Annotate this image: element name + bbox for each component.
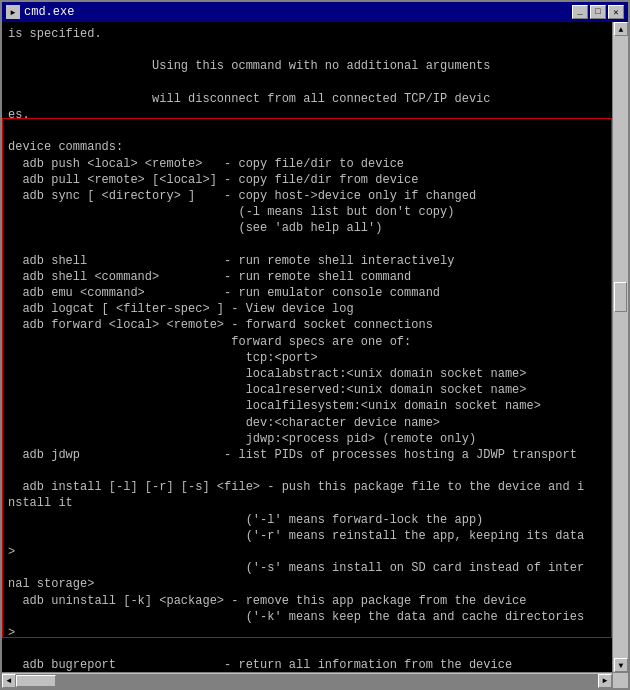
title-bar-left: ► cmd.exe [6, 5, 74, 19]
maximize-button[interactable]: □ [590, 5, 606, 19]
minimize-button[interactable]: _ [572, 5, 588, 19]
window-controls: _ □ ✕ [572, 5, 624, 19]
title-bar: ► cmd.exe _ □ ✕ [2, 2, 628, 22]
vertical-scrollbar[interactable]: ▲ ▼ [612, 22, 628, 672]
terminal-content: is specified. Using this ocmmand with no… [8, 26, 622, 688]
window-title: cmd.exe [24, 5, 74, 19]
cmd-window: ► cmd.exe _ □ ✕ is specified. Using this… [0, 0, 630, 690]
terminal-area[interactable]: is specified. Using this ocmmand with no… [2, 22, 628, 688]
horizontal-scrollbar[interactable]: ◄ ► [2, 672, 612, 688]
scroll-right-button[interactable]: ► [598, 674, 612, 688]
h-scroll-thumb[interactable] [16, 675, 56, 687]
cmd-icon: ► [6, 5, 20, 19]
close-button[interactable]: ✕ [608, 5, 624, 19]
scroll-down-button[interactable]: ▼ [614, 658, 628, 672]
scrollbar-corner [612, 672, 628, 688]
scroll-thumb[interactable] [614, 282, 627, 312]
h-scroll-track [16, 674, 598, 688]
scroll-up-button[interactable]: ▲ [614, 22, 628, 36]
scroll-left-button[interactable]: ◄ [2, 674, 16, 688]
